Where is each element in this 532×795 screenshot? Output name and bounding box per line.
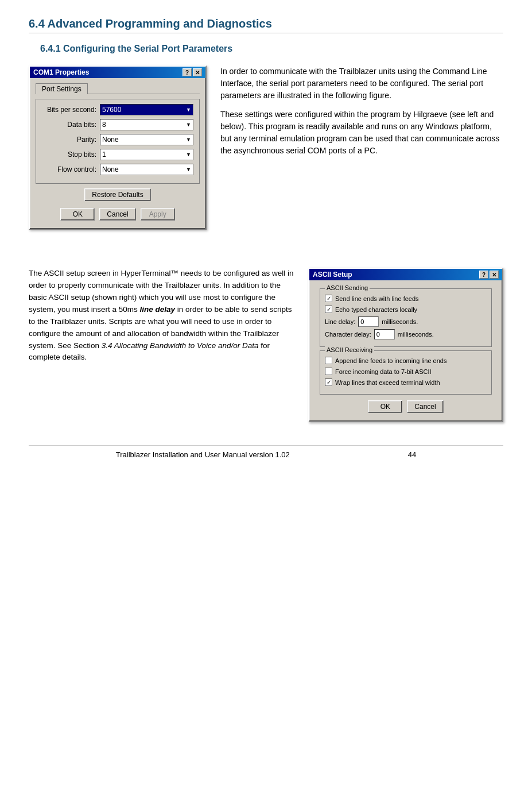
arrow-parity: ▼ xyxy=(186,137,191,142)
char-delay-row: Character delay: 0 milliseconds. xyxy=(325,329,487,339)
arrow-bps: ▼ xyxy=(186,107,191,113)
label-wrap-lines: Wrap lines that exceed terminal width xyxy=(335,379,440,386)
value-bps: 57600 xyxy=(102,106,121,114)
char-delay-unit: milliseconds. xyxy=(398,331,434,338)
com1-title-buttons: ? ✕ xyxy=(182,68,202,76)
label-flowcontrol: Flow control: xyxy=(42,165,96,173)
com1-text: In order to communicate with the Trailbl… xyxy=(220,65,503,230)
input-databits[interactable]: 8 ▼ xyxy=(100,119,193,130)
sending-group-label: ASCII Sending xyxy=(325,284,370,291)
restore-defaults-button[interactable]: Restore Defaults xyxy=(84,188,150,201)
input-bps[interactable]: 57600 ▼ xyxy=(100,104,193,115)
footer-text: Trailblazer Installation and User Manual… xyxy=(116,450,290,459)
line-delay-row: Line delay: 0 milliseconds. xyxy=(325,317,487,327)
field-bps: Bits per second: 57600 ▼ xyxy=(42,104,193,115)
label-parity: Parity: xyxy=(42,136,96,144)
ascii-help-btn[interactable]: ? xyxy=(479,271,488,279)
checkbox-force-7bit: Force incoming data to 7-bit ASCII xyxy=(325,368,487,375)
label-force-7bit: Force incoming data to 7-bit ASCII xyxy=(335,368,432,375)
com1-content: Port Settings Bits per second: 57600 ▼ D… xyxy=(30,78,205,229)
com1-tab-bar: Port Settings xyxy=(36,83,200,94)
ascii-ok-button[interactable]: OK xyxy=(368,400,402,413)
checkbox-send-linefeeds: ✓ Send line ends with line feeds xyxy=(325,295,487,302)
value-stopbits: 1 xyxy=(102,150,106,159)
ascii-titlebar: ASCII Setup ? ✕ xyxy=(309,269,502,280)
field-flowcontrol: Flow control: None ▼ xyxy=(42,164,193,175)
check-wrap-lines[interactable]: ✓ xyxy=(325,379,332,386)
checkbox-wrap-lines: ✓ Wrap lines that exceed terminal width xyxy=(325,379,487,386)
char-delay-value: 0 xyxy=(376,331,380,338)
arrow-stopbits: ▼ xyxy=(186,152,191,157)
page-heading: 6.4 Advanced Programming and Diagnostics xyxy=(29,17,503,33)
label-stopbits: Stop bits: xyxy=(42,150,96,159)
com1-title: COM1 Properties xyxy=(33,68,89,76)
check-echo-typed[interactable]: ✓ xyxy=(325,306,332,313)
line-delay-unit: milliseconds. xyxy=(382,318,418,325)
ascii-section: The ASCII setup screen in HyperTerminal™… xyxy=(29,268,503,422)
com1-ok-button[interactable]: OK xyxy=(60,208,95,221)
receiving-group-label: ASCII Receiving xyxy=(325,346,374,353)
ascii-sending-group: ASCII Sending ✓ Send line ends with line… xyxy=(320,288,492,347)
ascii-dialog-buttons: OK Cancel xyxy=(315,398,496,415)
label-echo-typed: Echo typed characters locally xyxy=(335,306,417,313)
field-databits: Data bits: 8 ▼ xyxy=(42,119,193,130)
field-stopbits: Stop bits: 1 ▼ xyxy=(42,149,193,160)
com1-close-btn[interactable]: ✕ xyxy=(193,68,202,76)
label-append-linefeeds: Append line feeds to incoming line ends xyxy=(335,357,446,364)
char-delay-input[interactable]: 0 xyxy=(374,329,395,339)
tab-port-settings[interactable]: Port Settings xyxy=(36,83,88,94)
com1-fields: Bits per second: 57600 ▼ Data bits: 8 ▼ … xyxy=(36,99,200,184)
check-append-linefeeds[interactable] xyxy=(325,357,332,364)
value-flowcontrol: None xyxy=(102,165,119,173)
arrow-flowcontrol: ▼ xyxy=(186,167,191,172)
value-databits: 8 xyxy=(102,121,106,129)
field-parity: Parity: None ▼ xyxy=(42,134,193,145)
line-delay-label: Line delay: xyxy=(325,318,355,325)
com1-para2: These settings were configured within th… xyxy=(220,109,503,157)
ascii-title: ASCII Setup xyxy=(313,271,352,279)
com1-apply-button[interactable]: Apply xyxy=(141,208,175,221)
check-send-linefeeds[interactable]: ✓ xyxy=(325,295,332,302)
section-spacer xyxy=(29,250,503,268)
check-force-7bit[interactable] xyxy=(325,368,332,375)
com1-help-btn[interactable]: ? xyxy=(182,68,192,76)
input-parity[interactable]: None ▼ xyxy=(100,134,193,145)
footer-page: 44 xyxy=(408,450,416,459)
value-parity: None xyxy=(102,136,119,144)
checkbox-append-linefeeds: Append line feeds to incoming line ends xyxy=(325,357,487,364)
restore-row: Restore Defaults xyxy=(36,188,200,201)
ascii-close-btn[interactable]: ✕ xyxy=(490,271,499,279)
com1-dialog-buttons: OK Cancel Apply xyxy=(36,206,200,223)
com1-dialog: COM1 Properties ? ✕ Port Settings Bits p… xyxy=(29,65,207,230)
ascii-text: The ASCII setup screen in HyperTerminal™… xyxy=(29,268,294,422)
ascii-dialog: ASCII Setup ? ✕ ASCII Sending ✓ Send lin… xyxy=(308,268,503,422)
line-delay-value: 0 xyxy=(360,318,364,325)
ascii-receiving-group: ASCII Receiving Append line feeds to inc… xyxy=(320,350,492,395)
com1-para1: In order to communicate with the Trailbl… xyxy=(220,65,503,102)
label-send-linefeeds: Send line ends with line feeds xyxy=(335,295,419,302)
com1-cancel-button[interactable]: Cancel xyxy=(99,208,135,221)
page-footer: Trailblazer Installation and User Manual… xyxy=(29,445,503,459)
label-bps: Bits per second: xyxy=(42,106,96,114)
label-databits: Data bits: xyxy=(42,121,96,129)
com1-titlebar: COM1 Properties ? ✕ xyxy=(30,67,205,78)
ascii-title-buttons: ? ✕ xyxy=(479,271,499,279)
input-stopbits[interactable]: 1 ▼ xyxy=(100,149,193,160)
arrow-databits: ▼ xyxy=(186,122,191,128)
com1-section: COM1 Properties ? ✕ Port Settings Bits p… xyxy=(29,65,503,230)
page-subheading: 6.4.1 Configuring the Serial Port Parame… xyxy=(40,44,503,54)
ascii-para: The ASCII setup screen in HyperTerminal™… xyxy=(29,268,294,364)
checkbox-echo-typed: ✓ Echo typed characters locally xyxy=(325,306,487,313)
line-delay-input[interactable]: 0 xyxy=(358,317,379,327)
ascii-content: ASCII Sending ✓ Send line ends with line… xyxy=(309,280,502,421)
char-delay-label: Character delay: xyxy=(325,331,371,338)
ascii-cancel-button[interactable]: Cancel xyxy=(407,400,443,413)
input-flowcontrol[interactable]: None ▼ xyxy=(100,164,193,175)
